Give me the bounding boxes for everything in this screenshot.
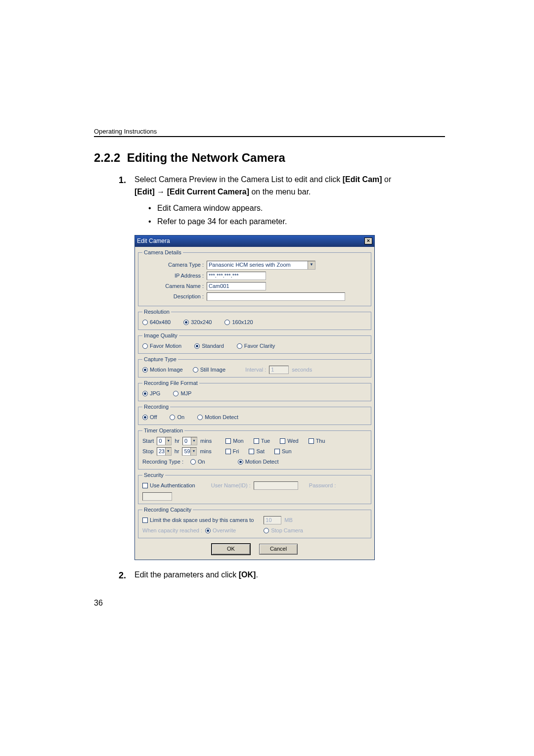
ok-button[interactable]: OK: [212, 544, 250, 555]
check-fri[interactable]: Fri: [225, 447, 239, 456]
chevron-down-icon: ▼: [165, 437, 171, 445]
image-quality-legend: Image Quality: [142, 331, 179, 340]
chevron-down-icon: ▼: [308, 261, 315, 269]
ip-address-field[interactable]: ***.***.***.***: [207, 272, 266, 280]
edit-cam-ref: [Edit Cam]: [343, 175, 382, 184]
when-capacity-label: When capacity reached :: [142, 526, 202, 535]
rec-type-label: Recording Type :: [142, 458, 183, 466]
check-mon-label: Mon: [233, 437, 243, 445]
step-1: Select Camera Preview in the Camera List…: [119, 174, 445, 560]
password-field[interactable]: [142, 492, 172, 501]
camera-details-legend: Camera Details: [142, 248, 183, 257]
step-2: Edit the parameters and click [OK].: [119, 569, 445, 581]
interval-label: Interval :: [245, 366, 266, 374]
check-thu[interactable]: Thu: [309, 437, 325, 445]
radio-rectype-on[interactable]: On: [190, 458, 205, 466]
dialog-title: Edit Camera: [137, 236, 170, 246]
radio-favor-motion[interactable]: Favor Motion: [142, 342, 181, 350]
radio-320x240[interactable]: 320x240: [183, 318, 212, 327]
resolution-legend: Resolution: [142, 308, 171, 316]
edit-camera-dialog: Edit Camera × Camera Details Camera Type…: [134, 235, 375, 560]
step1-text-b: or: [382, 175, 392, 184]
capture-type-legend: Capture Type: [142, 355, 178, 364]
timer-group: Timer Operation Start 0▼ hr 0▼ mins Mon …: [138, 426, 371, 470]
radio-stop-camera-label: Stop Camera: [271, 526, 303, 535]
running-head: Operating Instructions: [94, 128, 445, 137]
check-tue-label: Tue: [261, 437, 270, 445]
security-legend: Security: [142, 471, 165, 479]
radio-overwrite[interactable]: Overwrite: [205, 526, 236, 535]
radio-rectype-motion[interactable]: Motion Detect: [238, 458, 279, 466]
stop-hour-select[interactable]: 23▼: [157, 447, 172, 456]
start-hour-select[interactable]: 0▼: [157, 437, 172, 445]
password-label: Password :: [309, 481, 336, 490]
check-wed[interactable]: Wed: [280, 437, 298, 445]
cancel-button[interactable]: Cancel: [259, 544, 298, 555]
check-sat[interactable]: Sat: [249, 447, 265, 456]
close-icon[interactable]: ×: [364, 237, 372, 244]
security-group: Security Use Authentication User Name(ID…: [138, 471, 371, 504]
radio-rec-on[interactable]: On: [170, 413, 184, 422]
hr-label-2: hr: [175, 447, 179, 456]
check-use-auth[interactable]: Use Authentication: [142, 481, 195, 490]
step2-text-b: .: [256, 570, 258, 579]
check-sun[interactable]: Sun: [274, 447, 292, 456]
start-min-value: 0: [184, 437, 187, 445]
check-mon[interactable]: Mon: [225, 437, 243, 445]
check-limit-disk[interactable]: Limit the disk space used by this camera…: [142, 516, 254, 524]
step1-bullet-1: Edit Camera window appears.: [148, 201, 445, 215]
section-number: 2.2.2: [94, 151, 120, 164]
radio-standard-label: Standard: [202, 342, 224, 350]
camera-type-select[interactable]: Panasonic HCM series with Zoom ▼: [207, 261, 315, 270]
radio-overwrite-label: Overwrite: [213, 526, 236, 535]
radio-160x120[interactable]: 160x120: [224, 318, 253, 327]
check-tue[interactable]: Tue: [254, 437, 270, 445]
radio-rec-off[interactable]: Off: [142, 413, 157, 422]
check-use-auth-label: Use Authentication: [150, 481, 195, 490]
file-format-group: Recording File Format JPG MJP: [138, 379, 371, 401]
camera-name-field[interactable]: Cam001: [207, 282, 266, 290]
start-hour-value: 0: [159, 437, 162, 445]
recording-group: Recording Off On Motion Detect: [138, 403, 371, 425]
limit-value-field[interactable]: 10: [264, 516, 281, 524]
edit-menu-ref: [Edit]: [134, 188, 155, 196]
username-field[interactable]: [254, 481, 298, 490]
resolution-group: Resolution 640x480 320x240 160x120: [138, 308, 371, 330]
username-label: User Name(ID) :: [211, 481, 251, 490]
section-heading: Editing the Network Camera: [127, 151, 285, 164]
radio-rec-motion[interactable]: Motion Detect: [197, 413, 238, 422]
mins-label-1: mins: [200, 437, 212, 445]
radio-mjp[interactable]: MJP: [173, 389, 191, 398]
stop-min-select[interactable]: 59▼: [182, 447, 197, 456]
stop-label: Stop: [142, 447, 154, 456]
image-quality-group: Image Quality Favor Motion Standard Favo…: [138, 331, 371, 354]
start-min-select[interactable]: 0▼: [182, 437, 197, 445]
check-thu-label: Thu: [316, 437, 325, 445]
check-fri-label: Fri: [233, 447, 239, 456]
radio-still-image[interactable]: Still Image: [193, 366, 225, 374]
capacity-group: Recording Capacity Limit the disk space …: [138, 506, 371, 538]
check-wed-label: Wed: [287, 437, 298, 445]
description-label: Description :: [142, 292, 207, 301]
interval-field[interactable]: 1: [269, 366, 289, 374]
radio-rec-motion-label: Motion Detect: [205, 413, 238, 422]
ip-address-label: IP Address :: [142, 272, 207, 280]
chevron-down-icon: ▼: [190, 448, 196, 455]
radio-640x480[interactable]: 640x480: [142, 318, 171, 327]
radio-jpg[interactable]: JPG: [142, 389, 160, 398]
radio-rec-off-label: Off: [150, 413, 157, 422]
description-field[interactable]: [207, 292, 345, 301]
page-number: 36: [94, 599, 103, 608]
radio-stop-camera[interactable]: Stop Camera: [264, 526, 303, 535]
radio-rectype-motion-label: Motion Detect: [245, 458, 279, 466]
camera-details-group: Camera Details Camera Type : Panasonic H…: [138, 248, 371, 306]
edit-current-camera-ref: [Edit Current Camera]: [167, 188, 249, 196]
radio-standard[interactable]: Standard: [194, 342, 224, 350]
chevron-down-icon: ▼: [165, 448, 171, 455]
radio-favor-motion-label: Favor Motion: [150, 342, 181, 350]
check-sun-label: Sun: [282, 447, 292, 456]
timer-legend: Timer Operation: [142, 426, 184, 435]
radio-favor-clarity[interactable]: Favor Clarity: [237, 342, 275, 350]
radio-motion-image[interactable]: Motion Image: [142, 366, 183, 374]
step2-text-a: Edit the parameters and click: [134, 570, 239, 579]
